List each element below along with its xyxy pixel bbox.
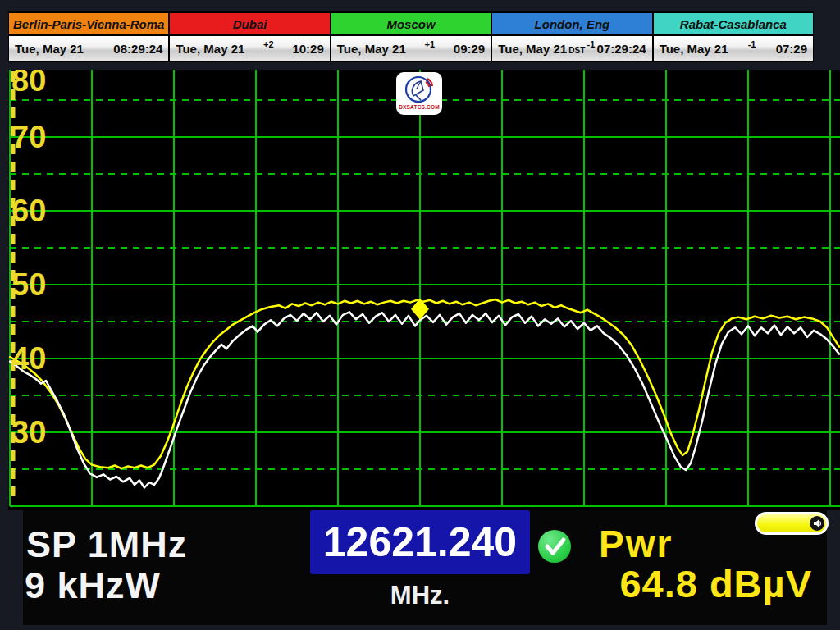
time-cell-rabat: Tue, May 21 -1 07:29 [653, 36, 814, 62]
date-label: Tue, May 21 [660, 42, 728, 56]
frequency-unit-label: MHz. [310, 581, 530, 610]
y-tick-label: 30 [11, 415, 46, 450]
rbw-label: 9 kHzW [25, 564, 161, 607]
dst-label: DST [568, 46, 585, 55]
world-clock-bar: Berlin-Paris-Vienna-Roma Dubai Moscow Lo… [8, 11, 814, 62]
time-cell-berlin: Tue, May 21 08:29:24 [8, 36, 169, 62]
spectrum-chart: 807060504030 [8, 70, 840, 510]
y-tick-label: 60 [11, 194, 46, 228]
city-label: Moscow [386, 17, 435, 31]
spectrum-plot-area: 807060504030 DXSATCS.COM [8, 70, 840, 510]
city-label: Rabat-Casablanca [680, 17, 787, 31]
power-label: Pwr [599, 522, 673, 566]
city-cell-dubai: Dubai [169, 11, 330, 36]
date-label: Tue, May 21 [15, 42, 84, 56]
utc-offset: +1 [425, 39, 436, 49]
power-value: 64.8 dBµV [619, 561, 812, 606]
time-label: 10:29 [292, 42, 323, 56]
city-cell-berlin: Berlin-Paris-Vienna-Roma [8, 11, 169, 36]
y-tick-label: 50 [11, 267, 46, 302]
city-cell-rabat: Rabat-Casablanca [653, 11, 814, 36]
utc-offset: -1 [748, 39, 756, 49]
city-row: Berlin-Paris-Vienna-Roma Dubai Moscow Lo… [8, 11, 814, 36]
time-label: 09:29 [454, 42, 485, 56]
frequency-display[interactable]: 12621.240 [310, 510, 530, 574]
trace-max-hold [10, 299, 839, 468]
span-label: SP 1MHz [26, 523, 187, 566]
time-cell-london: Tue, May 21 DST -1 07:29:24 [491, 36, 652, 62]
time-cell-dubai: Tue, May 21 +2 10:29 [169, 36, 330, 62]
readout-panel: SP 1MHz 9 kHzW 12621.240 MHz. Pwr 64.8 d… [23, 510, 827, 625]
y-tick-label: 70 [11, 120, 46, 154]
speaker-icon [810, 516, 824, 531]
city-cell-moscow: Moscow [331, 11, 491, 36]
audio-toggle[interactable] [755, 512, 829, 535]
utc-offset: -1 [587, 39, 596, 49]
satellite-dish-icon [404, 74, 435, 105]
date-label: Tue, May 21 [337, 42, 406, 56]
time-label: 07:29 [776, 42, 807, 56]
city-label: Dubai [233, 17, 267, 31]
date-label: Tue, May 21 [176, 42, 244, 56]
city-label: London, Eng [535, 17, 610, 31]
time-cell-moscow: Tue, May 21 +1 09:29 [331, 36, 491, 62]
y-tick-label: 40 [11, 341, 46, 376]
trace-live [10, 312, 839, 487]
time-label: 07:29:24 [597, 42, 646, 56]
time-row: Tue, May 21 08:29:24 Tue, May 21 +2 10:2… [8, 36, 814, 62]
logo-text: DXSATCS.COM [399, 104, 440, 110]
date-label: Tue, May 21 [498, 42, 567, 56]
utc-offset: +2 [263, 39, 274, 49]
city-label: Berlin-Paris-Vienna-Roma [13, 17, 165, 31]
city-cell-london: London, Eng [491, 11, 652, 36]
y-tick-label: 80 [11, 70, 46, 98]
dxsatcs-logo: DXSATCS.COM [396, 72, 442, 115]
lock-check-icon [538, 530, 571, 563]
time-label: 08:29:24 [113, 42, 162, 56]
